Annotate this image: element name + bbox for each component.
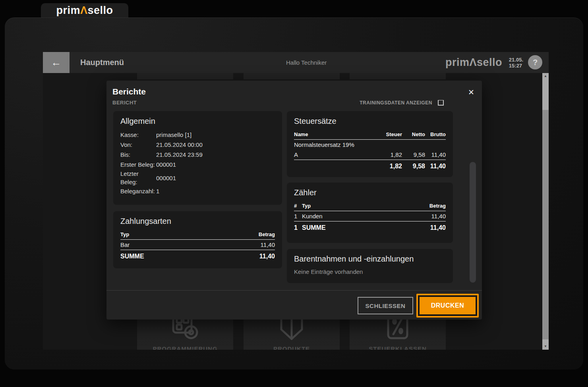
question-icon: ? <box>533 58 538 67</box>
bericht-label: BERICHT <box>112 100 137 106</box>
panel-title: Barentnahmen und -einzahlungen <box>294 254 446 264</box>
table-group-row: Normalsteuersatz 19% <box>294 140 446 150</box>
trainingsdaten-checkbox[interactable] <box>438 100 444 106</box>
info-label: Erster Beleg: <box>120 160 156 169</box>
info-value: 000001 <box>156 160 176 169</box>
empty-state-text: Keine Einträge vorhanden <box>294 268 446 275</box>
screen: primΛsello ← Hauptmenü Hallo Techniker p… <box>0 0 588 387</box>
info-value: 21.05.2024 00:00 <box>156 141 203 149</box>
group-label: Normalsteuersatz 19% <box>294 141 446 148</box>
total-steuer: 1,82 <box>379 163 402 170</box>
table-row: 1 Kunden 11,40 <box>294 211 446 221</box>
dialog-footer: SCHLIESSEN DRUCKEN <box>106 290 482 320</box>
modal-scrollbar-thumb[interactable] <box>470 162 476 283</box>
info-label: Kasse: <box>120 131 156 139</box>
cell-betrag: 11,40 <box>261 241 275 248</box>
drucken-highlight-ring: DRUCKEN <box>416 294 479 318</box>
cell-num: 1 <box>294 213 302 219</box>
page-title: Hauptmenü <box>80 58 124 67</box>
col-num: # <box>294 203 302 209</box>
panel-zahlungsarten: Zahlungsarten Typ Betrag Bar 11,40 SUMME… <box>113 211 282 268</box>
total-value: 11,40 <box>259 253 275 260</box>
tile-label: STEUERKLASSEN <box>350 345 446 350</box>
primasello-logo: primΛsello <box>56 4 113 17</box>
tile-label: PROGRAMMIERUNG <box>137 345 233 350</box>
app-header: ← Hauptmenü Hallo Techniker primΛsello 2… <box>43 52 549 73</box>
logo-pre: prim <box>56 4 80 16</box>
col-steuer: Steuer <box>379 131 402 137</box>
panel-title: Allgemein <box>120 117 275 126</box>
table-total-row: 1 SUMME 11,40 <box>294 221 446 233</box>
info-label: Bis: <box>120 150 156 159</box>
logo-lambda-icon: Λ <box>469 56 477 69</box>
col-brutto: Brutto <box>425 131 446 137</box>
logo-lambda-icon: Λ <box>80 4 88 16</box>
date-text: 21.05. <box>509 57 523 63</box>
info-value: primasello [1] <box>156 131 191 139</box>
cell-name: A <box>294 151 379 158</box>
logo-post: sello <box>477 56 502 69</box>
schliessen-button[interactable]: SCHLIESSEN <box>358 297 413 314</box>
panel-title: Steuersätze <box>294 117 446 126</box>
info-value: 1 <box>156 187 159 195</box>
info-value: 000001 <box>156 174 176 182</box>
trainingsdaten-label: TRAININGSDATEN ANZEIGEN <box>360 100 432 106</box>
cell-typ: Bar <box>120 241 261 248</box>
page-scrollbar-track[interactable]: ▲ ▼ <box>542 73 549 350</box>
dialog-title: Berichte <box>112 87 146 96</box>
cell-netto: 9,58 <box>402 151 425 158</box>
panel-allgemein: Allgemein Kasse: primasello [1] Von: 21.… <box>113 111 282 205</box>
cell-brutto: 11,40 <box>425 151 446 158</box>
help-button[interactable]: ? <box>528 55 542 69</box>
browser-tab[interactable]: primΛsello <box>41 3 128 17</box>
info-value: 21.05.2024 23:59 <box>156 150 203 159</box>
menu-tile-top-1[interactable] <box>137 73 233 79</box>
clipped-scroll-row: BERICHT TRAININGSDATEN ANZEIGEN <box>112 100 444 106</box>
tile-label: PRODUKTE <box>244 345 340 350</box>
close-button[interactable]: ✕ <box>465 86 477 98</box>
panel-barentnahmen: Barentnahmen und -einzahlungen Keine Ein… <box>287 249 453 283</box>
total-netto: 9,58 <box>402 163 425 170</box>
total-label: SUMME <box>302 224 430 231</box>
col-name: Name <box>294 131 379 137</box>
col-netto: Netto <box>402 131 425 137</box>
table-header: Typ Betrag <box>120 230 275 240</box>
total-num: 1 <box>294 224 302 231</box>
col-typ: Typ <box>302 203 429 209</box>
table-header: Name Steuer Netto Brutto <box>294 130 446 140</box>
cell-typ: Kunden <box>302 213 431 219</box>
cell-betrag: 11,40 <box>431 213 446 219</box>
table-row: A 1,82 9,58 11,40 <box>294 150 446 160</box>
berichte-dialog: Berichte ✕ BERICHT TRAININGSDATEN ANZEIG… <box>106 81 482 320</box>
time-text: 15:27 <box>509 63 523 69</box>
menu-tile-top-2[interactable] <box>244 73 340 79</box>
panel-steuersaetze: Steuersätze Name Steuer Netto Brutto Nor… <box>287 111 453 177</box>
user-greeting: Hallo Techniker <box>286 52 327 73</box>
total-value: 11,40 <box>430 224 446 231</box>
info-row: Kasse: primasello [1] <box>120 130 275 140</box>
total-label: SUMME <box>120 253 259 260</box>
logo-pre: prim <box>445 56 470 69</box>
info-row: Erster Beleg: 000001 <box>120 160 275 169</box>
info-row: Beleganzahl: 1 <box>120 186 275 196</box>
table-header: # Typ Betrag <box>294 201 446 211</box>
scroll-down-icon[interactable]: ▼ <box>542 345 549 348</box>
table-total-row: SUMME 11,40 <box>120 250 275 262</box>
info-row: Bis: 21.05.2024 23:59 <box>120 150 275 160</box>
menu-tile-top-3[interactable] <box>350 73 446 79</box>
close-icon: ✕ <box>468 88 474 97</box>
total-brutto: 11,40 <box>425 163 446 170</box>
scroll-up-icon[interactable]: ▲ <box>542 74 549 78</box>
panel-title: Zahlungsarten <box>120 217 275 226</box>
info-row: Von: 21.05.2024 00:00 <box>120 140 275 150</box>
col-betrag: Betrag <box>259 231 275 237</box>
info-label: Beleganzahl: <box>120 187 156 195</box>
back-button[interactable]: ← <box>43 52 70 73</box>
col-typ: Typ <box>120 231 259 237</box>
panel-zaehler: Zähler # Typ Betrag 1 Kunden 11,40 1 SUM… <box>287 183 453 243</box>
cell-steuer: 1,82 <box>379 151 402 158</box>
drucken-button[interactable]: DRUCKEN <box>420 297 476 314</box>
col-betrag: Betrag <box>429 203 446 209</box>
page-scrollbar-thumb[interactable] <box>542 110 549 339</box>
back-arrow-icon: ← <box>51 56 62 69</box>
